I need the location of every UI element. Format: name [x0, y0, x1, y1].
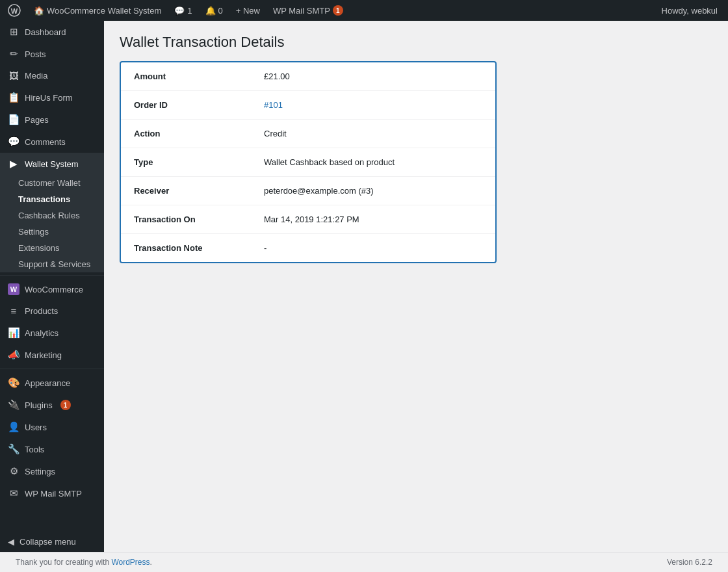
- field-value: Wallet Cashback based on product: [251, 148, 495, 177]
- site-name: WooCommerce Wallet System: [47, 6, 161, 16]
- sidebar: ⊞ Dashboard ✏ Posts 🖼 Media 📋 HireUs For…: [0, 21, 104, 552]
- sidebar-item-woocommerce[interactable]: W WooCommerce: [0, 278, 104, 300]
- field-label: Action: [121, 120, 251, 148]
- sidebar-item-plugins[interactable]: 🔌 Plugins 1: [0, 394, 104, 416]
- sidebar-item-label: Marketing: [25, 350, 62, 360]
- sidebar-item-pages[interactable]: 📄 Pages: [0, 109, 104, 131]
- sidebar-item-settings-bottom[interactable]: ⚙ Settings: [0, 460, 104, 482]
- appearance-icon: 🎨: [8, 377, 20, 389]
- footer-thanks: Thank you for creating with WordPress.: [16, 558, 152, 567]
- media-icon: 🖼: [8, 70, 20, 81]
- sidebar-item-support-services[interactable]: Support & Services: [0, 256, 104, 272]
- sidebar-item-label: Tools: [25, 445, 44, 454]
- submenu-label: Customer Wallet: [18, 178, 81, 188]
- collapse-label: Collapse menu: [20, 537, 76, 547]
- adminbar-smtp[interactable]: WP Mail SMTP 1: [268, 0, 348, 21]
- sidebar-item-analytics[interactable]: 📊 Analytics: [0, 322, 104, 344]
- settings-icon: ⚙: [8, 465, 20, 477]
- sidebar-item-marketing[interactable]: 📣 Marketing: [0, 344, 104, 366]
- submenu-label: Cashback Rules: [18, 211, 80, 220]
- wp-logo[interactable]: W: [5, 0, 23, 21]
- field-value: Credit: [251, 120, 495, 148]
- posts-icon: ✏: [8, 48, 20, 60]
- svg-text:W: W: [11, 7, 18, 15]
- sidebar-item-label: Products: [25, 306, 58, 316]
- field-label: Type: [121, 148, 251, 177]
- page-title: Wallet Transaction Details: [120, 34, 712, 51]
- sidebar-item-cashback-rules[interactable]: Cashback Rules: [0, 207, 104, 224]
- main-content: Wallet Transaction Details Amount£21.00O…: [104, 21, 728, 552]
- comments-icon: 💬: [8, 136, 20, 148]
- sidebar-item-users[interactable]: 👤 Users: [0, 416, 104, 438]
- order-id-link[interactable]: #101: [264, 100, 283, 110]
- bell-icon: 🔔: [205, 6, 216, 16]
- sidebar-item-label: Dashboard: [25, 27, 66, 37]
- sidebar-item-label: Analytics: [25, 328, 58, 338]
- sidebar-item-tools[interactable]: 🔧 Tools: [0, 438, 104, 460]
- field-value[interactable]: #101: [251, 91, 495, 120]
- collapse-menu-button[interactable]: ◀ Collapse menu: [0, 532, 104, 552]
- sidebar-item-label: HireUs Form: [25, 93, 73, 103]
- collapse-icon: ◀: [8, 537, 14, 547]
- adminbar-user: Howdy, webkul: [656, 6, 723, 16]
- wallet-icon: ▶: [8, 158, 20, 170]
- plugins-icon: 🔌: [8, 399, 20, 411]
- users-icon: 👤: [8, 421, 20, 433]
- sidebar-item-customer-wallet[interactable]: Customer Wallet: [0, 175, 104, 191]
- sidebar-item-label: Settings: [25, 467, 55, 476]
- sidebar-item-wallet-system[interactable]: ▶ Wallet System: [0, 153, 104, 175]
- wordpress-link[interactable]: WordPress: [111, 558, 150, 567]
- submenu-label: Support & Services: [18, 259, 90, 269]
- sidebar-item-label: Media: [25, 71, 47, 81]
- footer-thanks-text: Thank you for creating with: [16, 558, 111, 567]
- products-icon: ≡: [8, 306, 20, 317]
- table-row: Amount£21.00: [121, 62, 495, 91]
- marketing-icon: 📣: [8, 349, 20, 361]
- pages-icon: 📄: [8, 114, 20, 125]
- sidebar-item-label: WP Mail SMTP: [25, 489, 82, 499]
- wallet-submenu: Customer Wallet Transactions Cashback Ru…: [0, 175, 104, 272]
- sidebar-item-media[interactable]: 🖼 Media: [0, 65, 104, 86]
- adminbar-notifications[interactable]: 🔔 0: [200, 0, 228, 21]
- adminbar-new[interactable]: + New: [231, 0, 265, 21]
- sidebar-item-extensions[interactable]: Extensions: [0, 240, 104, 256]
- sidebar-item-dashboard[interactable]: ⊞ Dashboard: [0, 21, 104, 43]
- smtp-icon: ✉: [8, 488, 20, 499]
- field-value: peterdoe@example.com (#3): [251, 177, 495, 205]
- sidebar-item-wp-mail-smtp[interactable]: ✉ WP Mail SMTP: [0, 482, 104, 504]
- footer-version: Version 6.2.2: [667, 558, 712, 567]
- sidebar-item-appearance[interactable]: 🎨 Appearance: [0, 372, 104, 394]
- woocommerce-icon: W: [8, 283, 20, 295]
- sidebar-item-comments[interactable]: 💬 Comments: [0, 131, 104, 153]
- transaction-card: Amount£21.00Order ID#101ActionCreditType…: [120, 61, 497, 263]
- sidebar-item-label: Comments: [25, 137, 66, 147]
- sidebar-item-transactions[interactable]: Transactions: [0, 191, 104, 207]
- analytics-icon: 📊: [8, 327, 20, 339]
- sidebar-item-products[interactable]: ≡ Products: [0, 300, 104, 322]
- hireus-icon: 📋: [8, 92, 20, 103]
- site-icon: 🏠: [34, 6, 44, 16]
- table-row: Receiverpeterdoe@example.com (#3): [121, 177, 495, 205]
- table-row: ActionCredit: [121, 120, 495, 148]
- comments-count: 1: [187, 6, 192, 16]
- field-value: -: [251, 234, 495, 263]
- transaction-table: Amount£21.00Order ID#101ActionCreditType…: [121, 62, 495, 262]
- table-row: Transaction Note-: [121, 234, 495, 263]
- field-value: Mar 14, 2019 1:21:27 PM: [251, 205, 495, 234]
- sidebar-item-label: Pages: [25, 115, 49, 125]
- sidebar-item-settings[interactable]: Settings: [0, 224, 104, 240]
- smtp-label: WP Mail SMTP: [273, 6, 330, 16]
- adminbar-site[interactable]: 🏠 WooCommerce Wallet System: [29, 0, 166, 21]
- sidebar-item-label: Plugins: [25, 400, 53, 410]
- tools-icon: 🔧: [8, 443, 20, 455]
- submenu-label: Extensions: [18, 243, 60, 253]
- adminbar-comments[interactable]: 💬 1: [169, 0, 197, 21]
- sidebar-item-hireus[interactable]: 📋 HireUs Form: [0, 86, 104, 109]
- table-row: TypeWallet Cashback based on product: [121, 148, 495, 177]
- sidebar-item-posts[interactable]: ✏ Posts: [0, 43, 104, 65]
- plugins-badge: 1: [60, 400, 71, 410]
- field-label: Receiver: [121, 177, 251, 205]
- field-label: Transaction On: [121, 205, 251, 234]
- sidebar-item-label: Appearance: [25, 378, 70, 388]
- sidebar-item-label: Users: [25, 422, 47, 432]
